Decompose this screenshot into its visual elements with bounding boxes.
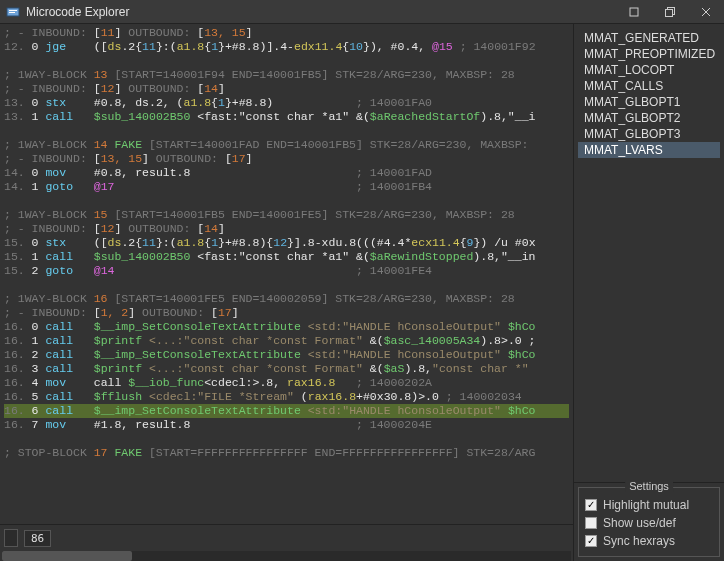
svg-rect-5: [666, 9, 673, 16]
code-line[interactable]: 16. 2 call $__imp_SetConsoleTextAttribut…: [4, 348, 569, 362]
list-item[interactable]: MMAT_CALLS: [578, 78, 720, 94]
code-line[interactable]: ; 1WAY-BLOCK 13 [START=140001F94 END=140…: [4, 68, 569, 82]
code-line[interactable]: 16. 7 mov #1.8, result.8 ; 14000204E: [4, 418, 569, 432]
code-line[interactable]: 15. 1 call $sub_140002B50 <fast:"const c…: [4, 250, 569, 264]
code-line[interactable]: 16. 0 call $__imp_SetConsoleTextAttribut…: [4, 320, 569, 334]
close-button[interactable]: [688, 0, 724, 23]
code-line[interactable]: 16. 1 call $printf <...:"const char *con…: [4, 334, 569, 348]
code-line[interactable]: [4, 432, 569, 446]
list-item[interactable]: MMAT_PREOPTIMIZED: [578, 46, 720, 62]
app-icon: [6, 5, 20, 19]
svg-rect-2: [9, 12, 15, 13]
list-item[interactable]: MMAT_LOCOPT: [578, 62, 720, 78]
code-line[interactable]: 16. 5 call $fflush <cdecl:"FILE *Stream"…: [4, 390, 569, 404]
checkbox-icon: ✓: [585, 499, 597, 511]
code-line[interactable]: 16. 4 mov call $__iob_func<cdecl:>.8, ra…: [4, 376, 569, 390]
checkbox-icon: ✓: [585, 535, 597, 547]
microcode-listing[interactable]: ; - INBOUND: [11] OUTBOUND: [13, 15]12. …: [0, 24, 573, 524]
code-line[interactable]: [4, 194, 569, 208]
code-line[interactable]: ; 1WAY-BLOCK 16 [START=140001FE5 END=140…: [4, 292, 569, 306]
settings-title: Settings: [625, 480, 673, 492]
code-line[interactable]: [4, 124, 569, 138]
maximize-button[interactable]: [652, 0, 688, 23]
horizontal-scrollbar[interactable]: [2, 551, 571, 561]
location-box[interactable]: 86: [24, 530, 51, 547]
sync-hexrays-checkbox[interactable]: ✓ Sync hexrays: [585, 532, 713, 550]
code-line[interactable]: 14. 0 mov #0.8, result.8 ; 140001FAD: [4, 166, 569, 180]
code-line[interactable]: ; - INBOUND: [11] OUTBOUND: [13, 15]: [4, 26, 569, 40]
list-item[interactable]: MMAT_GLBOPT1: [578, 94, 720, 110]
code-line[interactable]: ; STOP-BLOCK 17 FAKE [START=FFFFFFFFFFFF…: [4, 446, 569, 460]
main-pane: ; - INBOUND: [11] OUTBOUND: [13, 15]12. …: [0, 24, 574, 561]
code-line[interactable]: 13. 0 stx #0.8, ds.2, (a1.8{1}+#8.8) ; 1…: [4, 96, 569, 110]
svg-rect-1: [9, 10, 17, 11]
checkbox-icon: [585, 517, 597, 529]
code-line[interactable]: 13. 1 call $sub_140002B50 <fast:"const c…: [4, 110, 569, 124]
code-line[interactable]: 14. 1 goto @17 ; 140001FB4: [4, 180, 569, 194]
list-item[interactable]: MMAT_GENERATED: [578, 30, 720, 46]
code-line[interactable]: ; - INBOUND: [12] OUTBOUND: [14]: [4, 222, 569, 236]
list-item[interactable]: MMAT_GLBOPT3: [578, 126, 720, 142]
highlight-mutual-checkbox[interactable]: ✓ Highlight mutual: [585, 496, 713, 514]
maturity-list[interactable]: MMAT_GENERATEDMMAT_PREOPTIMIZEDMMAT_LOCO…: [574, 24, 724, 482]
code-line[interactable]: ; - INBOUND: [12] OUTBOUND: [14]: [4, 82, 569, 96]
show-use-def-checkbox[interactable]: Show use/def: [585, 514, 713, 532]
code-line[interactable]: 15. 2 goto @14 ; 140001FE4: [4, 264, 569, 278]
code-line[interactable]: 15. 0 stx ([ds.2{11}:(a1.8{1}+#8.8){12}]…: [4, 236, 569, 250]
code-line[interactable]: [4, 278, 569, 292]
code-line[interactable]: 12. 0 jge ([ds.2{11}:(a1.8{1}+#8.8)].4-e…: [4, 40, 569, 54]
search-input[interactable]: [4, 529, 18, 547]
window-title: Microcode Explorer: [26, 5, 129, 19]
list-item[interactable]: MMAT_GLBOPT2: [578, 110, 720, 126]
code-line[interactable]: 16. 6 call $__imp_SetConsoleTextAttribut…: [4, 404, 569, 418]
code-line[interactable]: ; 1WAY-BLOCK 14 FAKE [START=140001FAD EN…: [4, 138, 569, 152]
code-line[interactable]: [4, 54, 569, 68]
code-line[interactable]: ; - INBOUND: [1, 2] OUTBOUND: [17]: [4, 306, 569, 320]
titlebar: Microcode Explorer: [0, 0, 724, 24]
list-item[interactable]: MMAT_LVARS: [578, 142, 720, 158]
svg-rect-3: [630, 8, 638, 16]
settings-group: Settings ✓ Highlight mutual Show use/def…: [578, 487, 720, 557]
status-bar: 86: [0, 524, 573, 551]
code-line[interactable]: 16. 3 call $printf <...:"const char *con…: [4, 362, 569, 376]
code-line[interactable]: ; - INBOUND: [13, 15] OUTBOUND: [17]: [4, 152, 569, 166]
code-line[interactable]: ; 1WAY-BLOCK 15 [START=140001FB5 END=140…: [4, 208, 569, 222]
minimize-button[interactable]: [616, 0, 652, 23]
